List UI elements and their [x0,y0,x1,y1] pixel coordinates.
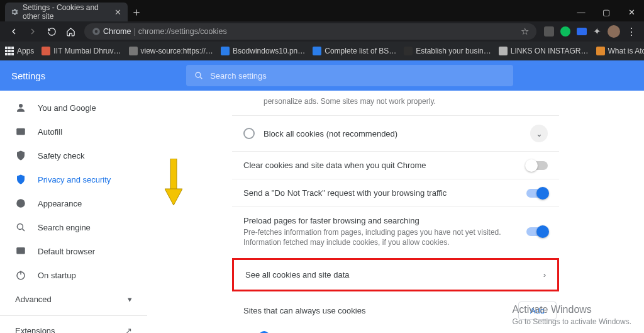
favicon-icon [499,47,508,55]
omnibox-origin: Chrome [103,27,131,36]
tab-title: Settings - Cookies and other site [23,3,108,21]
facebook-icon: f [258,331,270,333]
do-not-track-row[interactable]: Send a "Do Not Track" request with your … [232,179,559,207]
search-placeholder: Search settings [210,71,267,81]
extensions-menu-icon[interactable]: ✦ [593,26,601,37]
settings-appbar: Settings Search settings [0,60,644,91]
shield-check-icon [15,150,26,161]
browser-tab[interactable]: Settings - Cookies and other site ✕ [5,3,128,21]
sidebar-item-privacy-security[interactable]: Privacy and security [0,167,147,191]
favicon-icon [313,47,321,55]
bookmark-item[interactable]: Establish your busin… [404,47,491,55]
extension-icon[interactable] [544,26,554,37]
sidebar-item-you-and-google[interactable]: You and Google [0,96,147,120]
sidebar-item-autofill[interactable]: Autofill [0,120,147,144]
allowed-site-row[interactable]: f www.facebook.com ⋮ [232,325,559,333]
preload-pages-row[interactable]: Preload pages for faster browsing and se… [232,207,559,256]
svg-point-6 [17,223,23,229]
favicon-icon [404,47,413,55]
open-external-icon: ↗ [125,326,132,333]
chevron-down-icon: ▾ [128,295,132,304]
svg-rect-4 [16,128,25,135]
sidebar-item-search-engine[interactable]: Search engine [0,215,147,239]
bookmark-item[interactable]: IIT Mumbai Dhruv… [42,47,121,55]
block-all-cookies-option[interactable]: Block all cookies (not recommended) ⌄ [232,116,559,152]
radio-icon[interactable] [243,128,255,139]
star-icon[interactable]: ☆ [521,26,529,37]
sidebar-item-safety-check[interactable]: Safety check [0,144,147,167]
settings-search[interactable]: Search settings [186,65,513,86]
bookmark-item[interactable]: LINKS ON INSTAGR… [499,47,589,55]
search-icon [15,222,26,233]
sidebar-advanced[interactable]: Advanced ▾ [0,287,147,312]
power-icon [15,269,26,281]
clear-on-quit-row[interactable]: Clear cookies and site data when you qui… [232,152,559,179]
browser-toolbar: Chrome | chrome://settings/cookies ☆ ✦ ⋮ [0,21,644,42]
apps-shortcut[interactable]: Apps [5,47,34,55]
reload-button[interactable] [43,23,60,40]
svg-point-5 [16,199,25,208]
svg-rect-7 [16,247,25,254]
close-icon[interactable]: ✕ [114,8,121,16]
bookmark-item[interactable]: view-source:https://… [129,47,213,55]
windows-watermark: Activate Windows Go to Settings to activ… [513,303,631,327]
palette-icon [15,198,26,209]
favicon-icon [596,47,605,55]
svg-point-1 [95,30,98,33]
sidebar-extensions[interactable]: Extensions ↗ [0,320,147,333]
person-icon [15,102,26,113]
bookmark-item[interactable]: Complete list of BS… [313,47,396,55]
svg-point-2 [196,72,201,77]
apps-icon [5,47,14,55]
favicon-icon [221,47,230,55]
settings-content[interactable]: personalize ads. Some sites may not work… [147,91,644,333]
kebab-menu-icon[interactable]: ⋮ [626,26,636,38]
bookmark-item[interactable]: Bsodwindows10.pn… [221,47,305,55]
omnibox-path: chrome://settings/cookies [138,27,227,36]
chevron-down-icon: ⌄ [536,129,543,138]
extension-icon[interactable] [577,28,587,35]
search-icon [194,71,204,81]
shield-icon [15,174,26,185]
bookmark-item[interactable]: What is Atom in W… [596,47,644,55]
omnibox[interactable]: Chrome | chrome://settings/cookies ☆ [84,23,536,40]
browser-icon [15,246,26,257]
forward-button[interactable] [24,23,42,40]
gear-icon [10,8,19,16]
new-tab-button[interactable]: ＋ [128,3,145,21]
back-button[interactable] [5,23,23,40]
chrome-icon [92,27,101,36]
toggle-switch[interactable] [526,227,548,236]
extension-icon[interactable] [560,26,570,37]
page-title: Settings [11,71,45,81]
chevron-right-icon: › [543,270,546,279]
expand-button[interactable]: ⌄ [530,125,548,142]
see-all-cookies-link[interactable]: See all cookies and site data › [232,258,559,291]
toggle-switch[interactable] [526,161,548,170]
window-controls: — ▢ ✕ [569,3,644,21]
favicon-icon [42,47,50,55]
settings-sidebar: You and Google Autofill Safety check Pri… [0,91,147,333]
sidebar-item-appearance[interactable]: Appearance [0,191,147,215]
bookmarks-bar: Apps IIT Mumbai Dhruv… view-source:https… [0,42,644,60]
autofill-icon [15,126,26,137]
divider [0,315,147,316]
minimize-button[interactable]: — [569,3,594,21]
titlebar: Settings - Cookies and other site ✕ ＋ — … [0,0,644,21]
option-subtitle: personalize ads. Some sites may not work… [264,96,548,106]
sidebar-item-on-startup[interactable]: On startup [0,263,147,287]
home-button[interactable] [62,23,79,40]
sidebar-item-default-browser[interactable]: Default browser [0,239,147,263]
allow-sites-section: Sites that can always use cookies Add [232,293,559,325]
maximize-button[interactable]: ▢ [594,3,619,21]
profile-avatar[interactable] [608,25,620,38]
favicon-icon [129,47,138,55]
svg-point-3 [19,104,23,108]
toggle-switch[interactable] [526,189,548,198]
close-window-button[interactable]: ✕ [619,3,644,21]
